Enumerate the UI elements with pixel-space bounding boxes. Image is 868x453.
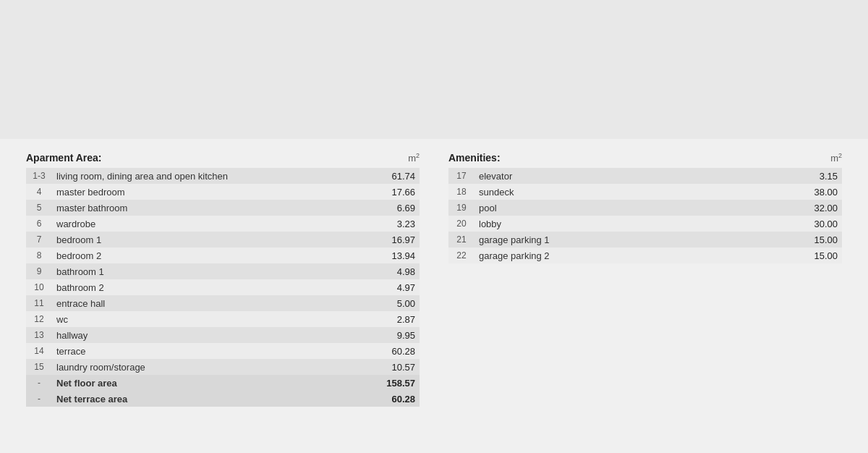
row-number: -: [26, 391, 52, 407]
table-row: 11 entrace hall 5.00: [26, 295, 420, 311]
row-number: 9: [26, 263, 52, 279]
table-row: 7 bedroom 1 16.97: [26, 232, 420, 247]
row-value: 60.28: [369, 391, 420, 407]
row-value: 15.00: [791, 247, 842, 263]
row-number: 19: [448, 200, 475, 216]
table-row: 22 garage parking 2 15.00: [448, 247, 842, 263]
row-label: terrace: [52, 343, 369, 359]
row-label: bathroom 2: [52, 279, 369, 295]
row-label: master bathroom: [52, 200, 369, 216]
row-number: 5: [26, 200, 52, 216]
table-row: 14 terrace 60.28: [26, 343, 420, 359]
row-label: bedroom 2: [52, 247, 369, 263]
apartment-area-column: Aparment Area: m2 1-3 living room, dinin…: [26, 152, 420, 407]
table-row: 18 sundeck 38.00: [448, 184, 842, 200]
apartment-title: Aparment Area:: [26, 152, 102, 164]
row-label: wardrobe: [52, 216, 369, 232]
two-column-layout: Aparment Area: m2 1-3 living room, dinin…: [26, 152, 842, 407]
row-label: Net terrace area: [52, 391, 369, 407]
row-label: sundeck: [475, 184, 791, 200]
amenities-title: Amenities:: [448, 152, 501, 164]
row-label: bathroom 1: [52, 263, 369, 279]
row-number: 18: [448, 184, 475, 200]
row-value: 16.97: [369, 232, 420, 247]
row-label: garage parking 2: [475, 247, 791, 263]
apartment-section-header: Aparment Area: m2: [26, 152, 420, 164]
row-value: 5.00: [369, 295, 420, 311]
table-row: 15 laundry room/storage 10.57: [26, 359, 420, 375]
row-value: 4.97: [369, 279, 420, 295]
table-row: 4 master bedroom 17.66: [26, 184, 420, 200]
row-number: 1-3: [26, 168, 52, 184]
row-number: 12: [26, 311, 52, 327]
table-row: 17 elevator 3.15: [448, 168, 842, 184]
row-number: 7: [26, 232, 52, 247]
row-number: 22: [448, 247, 475, 263]
row-label: hallway: [52, 327, 369, 343]
row-value: 2.87: [369, 311, 420, 327]
table-row: 5 master bathroom 6.69: [26, 200, 420, 216]
summary-row: - Net floor area 158.57: [26, 375, 420, 391]
row-label: pool: [475, 200, 791, 216]
amenities-section-header: Amenities: m2: [448, 152, 842, 164]
table-row: 20 lobby 30.00: [448, 216, 842, 232]
table-row: 1-3 living room, dining area and open ki…: [26, 168, 420, 184]
apartment-table: 1-3 living room, dining area and open ki…: [26, 168, 420, 407]
row-value: 3.15: [791, 168, 842, 184]
row-label: garage parking 1: [475, 232, 791, 247]
summary-row: - Net terrace area 60.28: [26, 391, 420, 407]
top-image-area: [0, 0, 868, 139]
row-number: 13: [26, 327, 52, 343]
row-label: lobby: [475, 216, 791, 232]
row-number: 17: [448, 168, 475, 184]
amenities-m2-label: m2: [830, 152, 842, 164]
table-row: 13 hallway 9.95: [26, 327, 420, 343]
row-value: 6.69: [369, 200, 420, 216]
row-number: 10: [26, 279, 52, 295]
table-row: 12 wc 2.87: [26, 311, 420, 327]
table-row: 10 bathroom 2 4.97: [26, 279, 420, 295]
row-value: 3.23: [369, 216, 420, 232]
row-number: 8: [26, 247, 52, 263]
row-value: 17.66: [369, 184, 420, 200]
row-number: 14: [26, 343, 52, 359]
row-label: Net floor area: [52, 375, 369, 391]
row-value: 10.57: [369, 359, 420, 375]
row-value: 4.98: [369, 263, 420, 279]
row-value: 158.57: [369, 375, 420, 391]
content-area: Aparment Area: m2 1-3 living room, dinin…: [0, 139, 868, 428]
row-value: 9.95: [369, 327, 420, 343]
row-label: entrace hall: [52, 295, 369, 311]
row-value: 61.74: [369, 168, 420, 184]
row-number: 20: [448, 216, 475, 232]
row-number: 4: [26, 184, 52, 200]
row-number: -: [26, 375, 52, 391]
table-row: 6 wardrobe 3.23: [26, 216, 420, 232]
row-label: wc: [52, 311, 369, 327]
row-label: bedroom 1: [52, 232, 369, 247]
amenities-table: 17 elevator 3.15 18 sundeck 38.00 19 poo…: [448, 168, 842, 263]
row-value: 13.94: [369, 247, 420, 263]
table-row: 19 pool 32.00: [448, 200, 842, 216]
row-label: master bedroom: [52, 184, 369, 200]
row-value: 32.00: [791, 200, 842, 216]
row-label: laundry room/storage: [52, 359, 369, 375]
row-number: 11: [26, 295, 52, 311]
row-label: elevator: [475, 168, 791, 184]
apartment-m2-label: m2: [408, 152, 420, 164]
row-value: 15.00: [791, 232, 842, 247]
row-number: 6: [26, 216, 52, 232]
row-number: 21: [448, 232, 475, 247]
table-row: 8 bedroom 2 13.94: [26, 247, 420, 263]
table-row: 9 bathroom 1 4.98: [26, 263, 420, 279]
row-value: 38.00: [791, 184, 842, 200]
row-label: living room, dining area and open kitche…: [52, 168, 369, 184]
row-number: 15: [26, 359, 52, 375]
table-row: 21 garage parking 1 15.00: [448, 232, 842, 247]
row-value: 30.00: [791, 216, 842, 232]
amenities-column: Amenities: m2 17 elevator 3.15 18 sundec…: [448, 152, 842, 407]
row-value: 60.28: [369, 343, 420, 359]
